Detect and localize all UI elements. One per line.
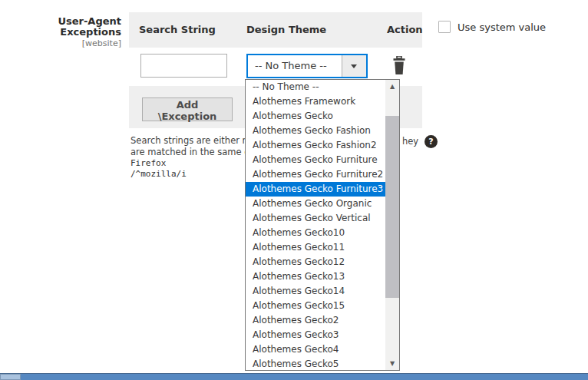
dropdown-option[interactable]: Alothemes Gecko2 <box>246 313 385 328</box>
dropdown-option[interactable]: Alothemes Gecko Furniture <box>246 153 385 167</box>
field-label-block: User-Agent Exceptions [website] <box>0 16 121 48</box>
dropdown-option[interactable]: Alothemes Gecko11 <box>246 240 385 255</box>
dropdown-option[interactable]: Alothemes Gecko Furniture3 <box>246 182 385 197</box>
dropdown-option[interactable]: Alothemes Gecko14 <box>246 284 385 299</box>
dropdown-option[interactable]: Alothemes Gecko Furniture2 <box>246 167 385 182</box>
select-dropdown-button[interactable] <box>342 55 366 77</box>
dropdown-option[interactable]: Alothemes Gecko15 <box>246 299 385 313</box>
use-system-value-checkbox[interactable] <box>438 21 451 33</box>
scroll-up-icon[interactable]: ▲ <box>385 80 399 93</box>
dropdown-options: -- No Theme --Alothemes FrameworkAlothem… <box>246 80 385 370</box>
design-theme-dropdown-list: -- No Theme --Alothemes FrameworkAlothem… <box>245 79 400 371</box>
column-header-design-theme: Design Theme <box>246 24 326 35</box>
dropdown-option[interactable]: Alothemes Gecko Vertical <box>246 211 385 226</box>
note-line-1-tail: hey <box>402 136 418 147</box>
dropdown-option[interactable]: Alothemes Gecko4 <box>246 342 385 357</box>
design-theme-selected-value: -- No Theme -- <box>255 55 327 77</box>
delete-exception-button[interactable] <box>391 56 407 75</box>
exceptions-table-header: Search String Design Theme Action <box>129 12 422 48</box>
column-header-action: Action <box>387 24 423 35</box>
user-agent-exceptions-panel: User-Agent Exceptions [website] Search s… <box>0 0 588 380</box>
field-label: User-Agent Exceptions <box>0 16 121 38</box>
dropdown-option[interactable]: Alothemes Framework <box>246 94 385 109</box>
design-theme-select[interactable]: -- No Theme -- <box>246 54 368 78</box>
column-header-search-string: Search String <box>139 24 216 35</box>
scrollbar-thumb[interactable] <box>385 116 399 298</box>
dropdown-option[interactable]: -- No Theme -- <box>246 80 385 94</box>
dropdown-option[interactable]: Alothemes Gecko Organic <box>246 197 385 211</box>
dropdown-option[interactable]: Alothemes Gecko10 <box>246 226 385 240</box>
chevron-down-icon <box>351 64 357 68</box>
dropdown-option[interactable]: Alothemes Gecko <box>246 109 385 124</box>
bottom-horizontal-scrollbar[interactable] <box>0 373 588 380</box>
scroll-down-icon[interactable]: ▼ <box>385 357 399 370</box>
help-question-icon[interactable]: ? <box>424 135 438 148</box>
dropdown-option[interactable]: Alothemes Gecko13 <box>246 269 385 284</box>
field-scope: [website] <box>0 38 121 48</box>
dropdown-option[interactable]: Alothemes Gecko3 <box>246 328 385 342</box>
use-system-value-label: Use system value <box>458 21 546 33</box>
use-system-value-control: Use system value <box>438 21 546 33</box>
add-exception-button[interactable]: Add \Exception <box>142 97 233 121</box>
search-string-input[interactable] <box>140 54 227 78</box>
dropdown-option[interactable]: Alothemes Gecko12 <box>246 255 385 269</box>
dropdown-option[interactable]: Alothemes Gecko Fashion <box>246 124 385 138</box>
trash-icon <box>391 56 407 75</box>
horizontal-scrollbar-thumb[interactable] <box>0 374 21 380</box>
dropdown-scrollbar[interactable]: ▲ ▼ <box>385 80 399 370</box>
dropdown-option[interactable]: Alothemes Gecko Fashion2 <box>246 138 385 153</box>
dropdown-option[interactable]: Alothemes Gecko5 <box>246 357 385 370</box>
